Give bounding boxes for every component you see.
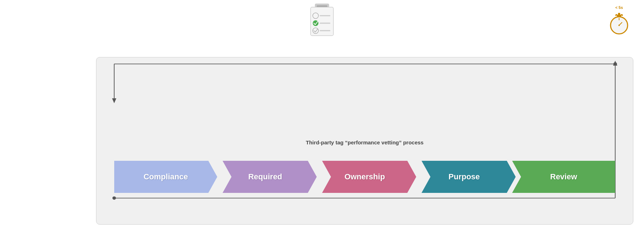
step-purpose-label: Purpose — [449, 172, 480, 181]
step-review-label: Review — [550, 172, 577, 181]
svg-marker-18 — [112, 98, 116, 103]
timer-container: < 5s — [608, 5, 630, 37]
process-label: Third-party tag “performance vetting” pr… — [306, 139, 424, 145]
step-review: Review — [512, 161, 615, 193]
main-process-container: Third-party tag “performance vetting” pr… — [96, 57, 633, 225]
step-required-label: Required — [248, 172, 282, 181]
clipboard-icon — [308, 4, 336, 42]
svg-point-21 — [112, 196, 116, 200]
step-compliance: Compliance — [114, 161, 217, 193]
svg-rect-11 — [618, 13, 620, 16]
svg-point-20 — [613, 62, 617, 66]
step-compliance-label: Compliance — [143, 172, 188, 181]
svg-point-16 — [618, 25, 620, 26]
timer-label: < 5s — [608, 5, 630, 10]
steps-container: Compliance Required Ownership Purpose Re… — [114, 161, 615, 193]
step-required: Required — [214, 161, 317, 193]
step-ownership-label: Ownership — [344, 172, 385, 181]
svg-marker-24 — [613, 61, 617, 66]
step-purpose: Purpose — [413, 161, 516, 193]
step-ownership: Ownership — [313, 161, 416, 193]
